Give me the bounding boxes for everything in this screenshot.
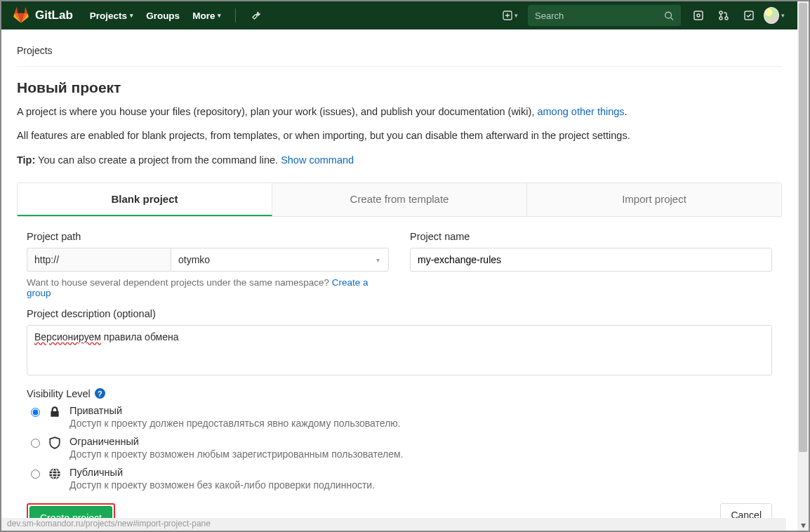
shield-icon bbox=[48, 437, 61, 451]
among-other-things-link[interactable]: among other things bbox=[537, 106, 624, 117]
gitlab-logo-icon bbox=[13, 7, 29, 24]
help-icon[interactable]: ? bbox=[95, 388, 105, 399]
search-icon bbox=[664, 11, 674, 21]
intro-paragraph-1: A project is where you house your files … bbox=[17, 105, 782, 119]
project-name-label: Project name bbox=[410, 231, 772, 242]
avatar bbox=[764, 7, 779, 24]
chevron-down-icon: ▾ bbox=[376, 255, 380, 263]
svg-point-3 bbox=[697, 14, 700, 17]
todos-icon[interactable] bbox=[738, 5, 759, 26]
nav-projects[interactable]: Projects▾ bbox=[84, 6, 139, 25]
tip-paragraph: Tip: You can also create a project from … bbox=[17, 153, 782, 167]
show-command-link[interactable]: Show command bbox=[281, 154, 354, 166]
namespace-hint: Want to house several dependent projects… bbox=[27, 277, 389, 298]
nav-more[interactable]: More▾ bbox=[187, 6, 227, 25]
brand-name[interactable]: GitLab bbox=[35, 8, 73, 22]
visibility-private-desc: Доступ к проекту должен предоставляться … bbox=[69, 418, 772, 429]
tab-import-project[interactable]: Import project bbox=[527, 183, 781, 216]
page-title: Новый проект bbox=[17, 79, 782, 96]
svg-rect-2 bbox=[694, 11, 703, 20]
visibility-internal-title: Ограниченный bbox=[69, 436, 772, 447]
visibility-public-radio[interactable] bbox=[31, 470, 40, 479]
visibility-private-title: Приватный bbox=[69, 405, 772, 416]
visibility-private[interactable]: Приватный Доступ к проекту должен предос… bbox=[27, 399, 772, 430]
svg-point-6 bbox=[725, 17, 728, 20]
visibility-internal[interactable]: Ограниченный Доступ к проекту возможен л… bbox=[27, 430, 772, 461]
namespace-value: otymko bbox=[178, 254, 210, 265]
visibility-private-radio[interactable] bbox=[31, 408, 40, 417]
wrench-icon[interactable] bbox=[246, 5, 267, 26]
visibility-public[interactable]: Публичный Доступ к проекту возможен без … bbox=[27, 461, 772, 492]
browser-scrollbar[interactable]: ▴ ▾ bbox=[797, 1, 809, 531]
project-description-input[interactable]: Версионируем правила обмена bbox=[27, 325, 772, 375]
intro-paragraph-2: All features are enabled for blank proje… bbox=[17, 128, 782, 142]
tab-blank-project[interactable]: Blank project bbox=[18, 183, 272, 216]
nav-more-label: More bbox=[192, 11, 215, 21]
nav-projects-label: Projects bbox=[90, 11, 127, 21]
visibility-internal-desc: Доступ к проекту возможен любым зарегист… bbox=[69, 448, 772, 460]
project-description-label: Project description (optional) bbox=[27, 308, 772, 319]
search-input[interactable] bbox=[535, 11, 664, 21]
browser-status-bar: dev.sm-komandor.ru/projects/new#import-p… bbox=[1, 518, 786, 531]
scrollbar-thumb[interactable] bbox=[799, 3, 807, 452]
namespace-select[interactable]: otymko▾ bbox=[171, 248, 389, 272]
nav-groups[interactable]: Groups bbox=[140, 6, 185, 25]
svg-point-5 bbox=[719, 17, 722, 20]
project-path-label: Project path bbox=[27, 231, 389, 242]
chevron-down-icon: ▾ bbox=[781, 12, 785, 19]
visibility-internal-radio[interactable] bbox=[31, 439, 40, 448]
tip-label: Tip: bbox=[17, 154, 35, 166]
chevron-down-icon: ▾ bbox=[130, 12, 133, 19]
chevron-down-icon: ▾ bbox=[218, 12, 221, 19]
nav-groups-label: Groups bbox=[146, 11, 180, 21]
svg-point-4 bbox=[719, 11, 722, 14]
user-menu[interactable]: ▾ bbox=[764, 5, 785, 26]
globe-icon bbox=[48, 467, 61, 482]
visibility-public-title: Публичный bbox=[69, 467, 772, 478]
top-navbar: GitLab Projects▾ Groups More▾ ▾ ▾ bbox=[1, 1, 797, 29]
visibility-public-desc: Доступ к проекту возможен без какой-либо… bbox=[69, 479, 772, 491]
lock-icon bbox=[48, 406, 61, 420]
nav-separator bbox=[235, 8, 236, 22]
visibility-level-label: Visibility Level ? bbox=[27, 388, 772, 399]
project-path-prefix: http:// bbox=[27, 248, 171, 272]
breadcrumb[interactable]: Projects bbox=[17, 38, 782, 67]
plus-button[interactable]: ▾ bbox=[500, 5, 521, 26]
new-project-tabs: Blank project Create from template Impor… bbox=[17, 182, 782, 217]
chevron-down-icon: ▾ bbox=[514, 12, 518, 19]
tab-create-from-template[interactable]: Create from template bbox=[272, 183, 527, 216]
issues-icon[interactable] bbox=[688, 5, 709, 26]
scroll-down-icon[interactable]: ▾ bbox=[797, 519, 809, 531]
project-name-input[interactable] bbox=[410, 248, 772, 272]
merge-requests-icon[interactable] bbox=[713, 5, 734, 26]
search-box[interactable] bbox=[528, 5, 681, 26]
svg-point-1 bbox=[665, 12, 672, 18]
